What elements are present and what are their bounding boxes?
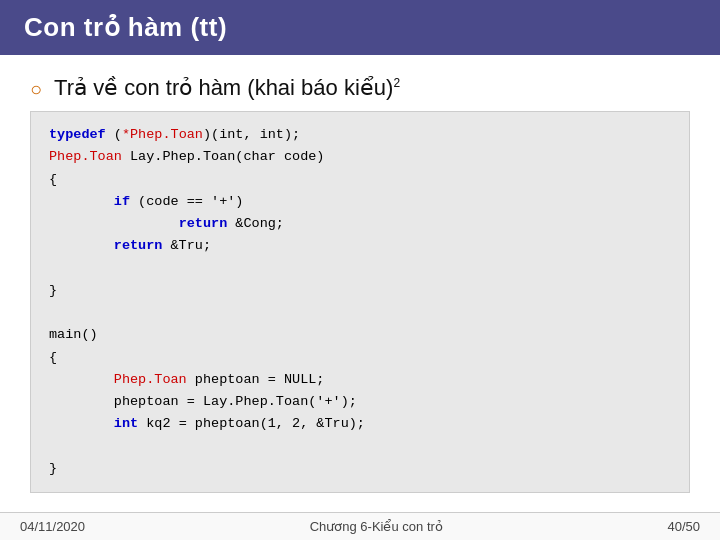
- slide: Con trỏ hàm (tt) ○ Trả về con trỏ hàm (k…: [0, 0, 720, 540]
- slide-title: Con trỏ hàm (tt): [0, 0, 720, 55]
- bullet-icon: ○: [30, 78, 42, 101]
- code-type-pheptoan: *Phep.Toan: [122, 127, 203, 142]
- bullet-text: Trả về con trỏ hàm (khai báo kiểu)2: [54, 75, 400, 101]
- footer-page: 40/50: [667, 519, 700, 534]
- slide-content: ○ Trả về con trỏ hàm (khai báo kiểu)2 ty…: [0, 55, 720, 513]
- slide-footer: 04/11/2020 Chương 6-Kiểu con trỏ 40/50: [0, 512, 720, 540]
- code-keyword-typedef: typedef: [49, 127, 106, 142]
- code-type-pheptoan2: Phep.Toan: [49, 149, 122, 164]
- superscript: 2: [393, 76, 400, 90]
- code-block: typedef (*Phep.Toan)(int, int); Phep.Toa…: [30, 111, 690, 493]
- code-int: int: [114, 416, 138, 431]
- bullet-item: ○ Trả về con trỏ hàm (khai báo kiểu)2: [30, 75, 690, 101]
- code-pheptoan-decl: Phep.Toan: [114, 372, 187, 387]
- code-if: if: [114, 194, 130, 209]
- footer-date: 04/11/2020: [20, 519, 85, 534]
- code-return1: return: [179, 216, 228, 231]
- code-return2: return: [114, 238, 163, 253]
- footer-chapter: Chương 6-Kiểu con trỏ: [310, 519, 443, 534]
